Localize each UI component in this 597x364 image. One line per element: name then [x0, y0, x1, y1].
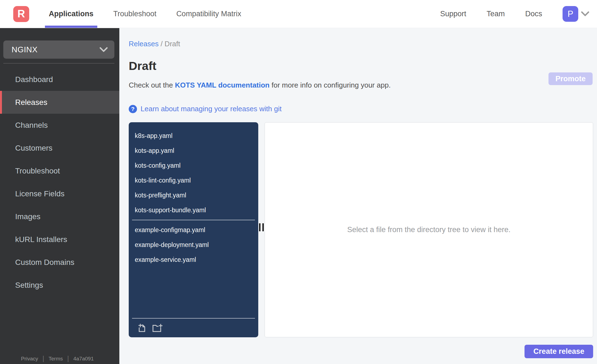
- create-release-button[interactable]: Create release: [525, 345, 593, 358]
- kots-yaml-docs-link[interactable]: KOTS YAML documentation: [175, 81, 270, 89]
- file-item-example-service[interactable]: example-service.yaml: [129, 252, 258, 267]
- sidebar-item-channels[interactable]: Channels: [0, 114, 119, 137]
- terms-link[interactable]: Terms: [49, 356, 63, 362]
- top-nav: R Applications Troubleshoot Compatibilit…: [0, 0, 597, 28]
- new-folder-icon[interactable]: [152, 324, 163, 332]
- sidebar-item-label: Dashboard: [15, 75, 53, 84]
- file-item-kots-preflight[interactable]: kots-preflight.yaml: [129, 188, 258, 203]
- sidebar-item-kurl-installers[interactable]: kURL Installers: [0, 228, 119, 251]
- avatar: P: [563, 6, 578, 22]
- sidebar-item-label: Troubleshoot: [15, 167, 60, 175]
- file-item-k8s-app[interactable]: k8s-app.yaml: [129, 128, 258, 143]
- nav-tab-compatibility-matrix[interactable]: Compatibility Matrix: [170, 0, 248, 28]
- file-item-kots-app[interactable]: kots-app.yaml: [129, 143, 258, 158]
- nav-tab-troubleshoot[interactable]: Troubleshoot: [107, 0, 163, 28]
- resize-grip-icon: [259, 223, 264, 231]
- sidebar-item-releases[interactable]: Releases: [0, 91, 119, 114]
- chevron-down-icon: [99, 47, 108, 52]
- breadcrumb: Releases / Draft: [129, 40, 593, 48]
- account-menu[interactable]: P: [563, 6, 589, 22]
- chevron-down-icon: [581, 11, 589, 17]
- sidebar-item-troubleshoot[interactable]: Troubleshoot: [0, 159, 119, 182]
- nav-link-docs[interactable]: Docs: [525, 10, 542, 18]
- question-mark-icon: ?: [129, 105, 137, 113]
- replicated-logo[interactable]: R: [13, 6, 29, 22]
- sidebar-item-settings[interactable]: Settings: [0, 274, 119, 297]
- sidebar-item-images[interactable]: Images: [0, 205, 119, 228]
- file-item-kots-lint-config[interactable]: kots-lint-config.yaml: [129, 173, 258, 188]
- nav-right-cluster: Support Team Docs P: [440, 6, 597, 22]
- promote-button[interactable]: Promote: [548, 72, 593, 85]
- sidebar-item-label: Channels: [15, 121, 48, 130]
- build-version: 4a7a091: [73, 356, 94, 362]
- create-release-row: Create release: [129, 345, 593, 358]
- footer-separator: |: [67, 355, 69, 362]
- sidebar-item-label: Customers: [15, 144, 52, 153]
- description-prefix: Check out the: [129, 81, 175, 89]
- page-title: Draft: [129, 59, 593, 73]
- breadcrumb-current: Draft: [165, 40, 180, 48]
- nav-tab-label: Applications: [49, 10, 93, 18]
- avatar-initial: P: [568, 9, 573, 19]
- file-tree-toolbar: [132, 318, 255, 337]
- file-viewer-panel: Select a file from the directory tree to…: [265, 122, 593, 337]
- description-suffix: for more info on configuring your app.: [270, 81, 391, 89]
- nav-tab-applications[interactable]: Applications: [43, 0, 99, 28]
- app-selector-dropdown[interactable]: NGINX: [3, 40, 114, 59]
- sidebar-item-label: License Fields: [15, 189, 64, 198]
- git-help-row: ? Learn about managing your releases wit…: [129, 105, 593, 113]
- nav-link-support[interactable]: Support: [440, 10, 466, 18]
- footer-separator: |: [42, 355, 44, 362]
- sidebar-item-dashboard[interactable]: Dashboard: [0, 68, 119, 91]
- logo-letter: R: [17, 8, 25, 20]
- sidebar-item-label: kURL Installers: [15, 235, 67, 244]
- question-glyph: ?: [131, 106, 135, 112]
- app-selector-value: NGINX: [12, 45, 37, 54]
- breadcrumb-separator: /: [161, 40, 163, 48]
- viewer-placeholder-text: Select a file from the directory tree to…: [347, 226, 511, 234]
- sidebar-divider: [3, 63, 114, 64]
- sidebar-item-label: Images: [15, 212, 41, 221]
- nav-tab-label: Troubleshoot: [113, 10, 157, 18]
- file-item-example-configmap[interactable]: example-configmap.yaml: [129, 222, 258, 237]
- panel-resize-handle[interactable]: [258, 122, 265, 337]
- sidebar-item-license-fields[interactable]: License Fields: [0, 182, 119, 205]
- nav-link-team[interactable]: Team: [486, 10, 505, 18]
- git-releases-help-link[interactable]: Learn about managing your releases with …: [141, 105, 282, 113]
- privacy-link[interactable]: Privacy: [21, 356, 38, 362]
- sidebar-item-custom-domains[interactable]: Custom Domains: [0, 251, 119, 274]
- nav-tab-label: Compatibility Matrix: [176, 10, 241, 18]
- file-item-kots-support-bundle[interactable]: kots-support-bundle.yaml: [129, 203, 258, 218]
- primary-nav-tabs: Applications Troubleshoot Compatibility …: [39, 0, 251, 28]
- sidebar-menu: Dashboard Releases Channels Customers Tr…: [0, 68, 119, 297]
- vendor-portal-app: R Applications Troubleshoot Compatibilit…: [0, 0, 597, 364]
- page-description: Check out the KOTS YAML documentation fo…: [129, 81, 593, 89]
- new-file-icon[interactable]: [138, 324, 146, 332]
- sidebar-footer: Privacy | Terms | 4a7a091: [21, 355, 94, 362]
- sidebar-item-label: Custom Domains: [15, 258, 74, 267]
- main-content: Releases / Draft Draft Check out the KOT…: [119, 28, 597, 364]
- app-sidebar: NGINX Dashboard Releases Channels Custom…: [0, 28, 119, 364]
- file-tree-divider: [132, 220, 255, 220]
- sidebar-item-label: Releases: [15, 98, 47, 107]
- sidebar-item-customers[interactable]: Customers: [0, 137, 119, 159]
- file-item-kots-config[interactable]: kots-config.yaml: [129, 158, 258, 173]
- sidebar-item-label: Settings: [15, 281, 43, 290]
- file-tree-panel: k8s-app.yaml kots-app.yaml kots-config.y…: [129, 122, 258, 337]
- breadcrumb-releases-link[interactable]: Releases: [129, 40, 158, 48]
- file-item-example-deployment[interactable]: example-deployment.yaml: [129, 237, 258, 252]
- release-workspace: k8s-app.yaml kots-app.yaml kots-config.y…: [129, 122, 593, 337]
